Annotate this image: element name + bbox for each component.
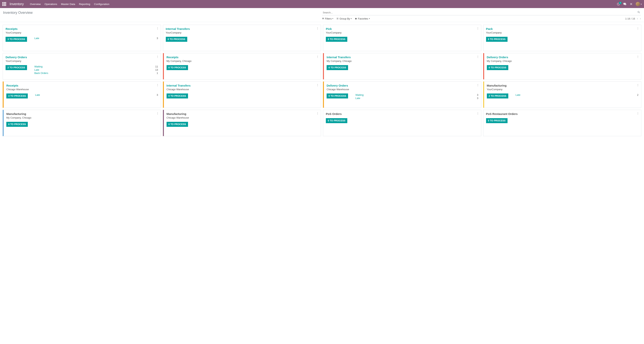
process-button[interactable]: 0 TO PROCESS bbox=[166, 37, 187, 42]
app-brand[interactable]: Inventory bbox=[10, 2, 24, 6]
card-title[interactable]: Internal Transfers bbox=[166, 27, 318, 30]
card-title[interactable]: Delivery Orders bbox=[6, 55, 158, 59]
card-title[interactable]: Internal Transfers bbox=[326, 55, 478, 59]
stat-label[interactable]: Late bbox=[516, 93, 520, 96]
process-button[interactable]: 0 TO PROCESS bbox=[486, 118, 508, 123]
card-menu-icon[interactable]: ⋮ bbox=[476, 83, 479, 87]
stat-label[interactable]: Late bbox=[35, 93, 40, 96]
kanban-card[interactable]: ⋮PoS Orders0 TO PROCESS bbox=[323, 110, 481, 136]
kanban-card[interactable]: ⋮PoS Restaurant Orders0 TO PROCESS bbox=[483, 110, 642, 136]
card-body: 0 TO PROCESS bbox=[486, 37, 639, 42]
card-title[interactable]: Internal Transfers bbox=[166, 84, 318, 87]
process-button[interactable]: 0 TO PROCESS bbox=[326, 37, 347, 42]
activity-count-badge: 7 bbox=[619, 2, 622, 4]
card-title[interactable]: Delivery Orders bbox=[326, 84, 478, 87]
card-menu-icon[interactable]: ⋮ bbox=[156, 27, 159, 30]
stat-label[interactable]: Late bbox=[34, 37, 39, 40]
card-menu-icon[interactable]: ⋮ bbox=[156, 112, 159, 115]
process-button[interactable]: 0 TO PROCESS bbox=[166, 93, 188, 98]
card-title[interactable]: Receipts bbox=[166, 55, 318, 59]
card-title[interactable]: Pack bbox=[486, 27, 639, 30]
stat-label[interactable]: Waiting bbox=[355, 93, 364, 96]
apps-icon[interactable] bbox=[2, 2, 6, 6]
menu-master-data[interactable]: Master Data bbox=[61, 3, 75, 5]
menu-configuration[interactable]: Configuration bbox=[94, 3, 109, 5]
user-menu[interactable]: ▾ bbox=[636, 2, 642, 6]
menu-operations[interactable]: Operations bbox=[44, 3, 57, 5]
menu-overview[interactable]: Overview bbox=[30, 3, 41, 5]
card-title: Manufacturing bbox=[166, 112, 318, 115]
card-menu-icon[interactable]: ⋮ bbox=[476, 112, 479, 115]
stat-value: 13 bbox=[155, 68, 158, 71]
card-menu-icon[interactable]: ⋮ bbox=[476, 27, 479, 30]
card-title[interactable]: Pick bbox=[326, 27, 478, 30]
process-button[interactable]: 0 TO PROCESS bbox=[326, 65, 348, 70]
search-input[interactable] bbox=[322, 10, 641, 15]
search-icon[interactable] bbox=[637, 11, 640, 13]
filters-button[interactable]: Filters ▾ bbox=[322, 17, 333, 20]
card-title: Manufacturing bbox=[6, 112, 158, 115]
kanban-card[interactable]: ⋮Internal TransfersMy Company, Chicago0 … bbox=[323, 53, 481, 79]
menu-reporting[interactable]: Reporting bbox=[79, 3, 90, 5]
card-subtitle: Chicago Warehouse bbox=[326, 88, 478, 91]
card-body: 0 TO PROCESS bbox=[326, 37, 478, 42]
card-menu-icon[interactable]: ⋮ bbox=[636, 112, 639, 115]
kanban-card[interactable]: ⋮Delivery OrdersYourCompany2 TO PROCESSW… bbox=[3, 53, 161, 79]
card-menu-icon[interactable]: ⋮ bbox=[316, 55, 319, 58]
stat-label[interactable]: Late bbox=[34, 68, 39, 71]
card-menu-icon[interactable]: ⋮ bbox=[316, 112, 319, 115]
process-button[interactable]: 3 TO PROCESS bbox=[6, 37, 27, 42]
kanban-card[interactable]: ⋮ReceiptsChicago Warehouse3 TO PROCESSLa… bbox=[3, 81, 161, 108]
process-button[interactable]: 2 TO PROCESS bbox=[487, 93, 508, 98]
card-subtitle: YourCompany bbox=[6, 31, 158, 34]
process-button[interactable]: 0 TO PROCESS bbox=[326, 93, 348, 98]
kanban-card[interactable]: ⋮PackYourCompany0 TO PROCESS bbox=[483, 25, 642, 51]
card-title[interactable]: Receipts bbox=[6, 84, 158, 87]
groupby-label: Group By bbox=[340, 17, 350, 20]
kanban-card[interactable]: ⋮PickYourCompany0 TO PROCESS bbox=[323, 25, 481, 51]
filter-icon bbox=[322, 18, 324, 20]
pager-prev[interactable]: ‹ bbox=[637, 17, 638, 20]
process-button[interactable]: 0 TO PROCESS bbox=[166, 65, 188, 70]
close-icon[interactable] bbox=[630, 2, 633, 5]
kanban-card[interactable]: ⋮ManufacturingYourCompany2 TO PROCESSLat… bbox=[483, 81, 642, 108]
pager-text: 1-16 / 16 bbox=[625, 17, 635, 20]
stat-label[interactable]: Back Orders bbox=[34, 72, 48, 74]
favorites-button[interactable]: Favorites ▾ bbox=[355, 17, 370, 20]
card-title[interactable]: Receipts bbox=[6, 27, 158, 30]
process-button[interactable]: 0 TO PROCESS bbox=[487, 65, 508, 70]
process-button[interactable]: 0 TO PROCESS bbox=[326, 118, 347, 123]
discuss-icon[interactable] bbox=[623, 2, 626, 6]
kanban-card[interactable]: ⋮ReceiptsMy Company, Chicago0 TO PROCESS bbox=[163, 53, 321, 79]
stat-value: 3 bbox=[156, 93, 158, 96]
card-menu-icon[interactable]: ⋮ bbox=[156, 55, 159, 58]
card-menu-icon[interactable]: ⋮ bbox=[636, 55, 639, 58]
groupby-button[interactable]: Group By ▾ bbox=[336, 17, 352, 20]
kanban-card[interactable]: ⋮Delivery OrdersChicago Warehouse0 TO PR… bbox=[323, 81, 481, 108]
card-menu-icon[interactable]: ⋮ bbox=[636, 83, 639, 87]
pager-next[interactable]: › bbox=[640, 17, 641, 20]
stat-label[interactable]: Waiting bbox=[34, 65, 42, 68]
card-subtitle: My Company, Chicago bbox=[487, 59, 639, 62]
kanban-card[interactable]: ⋮Internal TransfersYourCompany0 TO PROCE… bbox=[163, 25, 321, 51]
card-menu-icon[interactable]: ⋮ bbox=[316, 83, 319, 87]
kanban-card[interactable]: ⋮ManufacturingChicago Warehouse0 TO PROC… bbox=[163, 110, 321, 136]
card-title[interactable]: Delivery Orders bbox=[487, 55, 639, 59]
card-menu-icon[interactable]: ⋮ bbox=[636, 27, 639, 30]
process-button[interactable]: 3 TO PROCESS bbox=[6, 93, 28, 98]
process-button[interactable]: 0 TO PROCESS bbox=[166, 122, 188, 127]
kanban-card[interactable]: ⋮ManufacturingMy Company, Chicago0 TO PR… bbox=[3, 110, 161, 136]
kanban-card[interactable]: ⋮Internal TransfersChicago Warehouse0 TO… bbox=[163, 81, 321, 108]
stat-label[interactable]: Late bbox=[355, 97, 360, 100]
stat-row: Back Orders1 bbox=[34, 72, 158, 74]
caret-down-icon: ▾ bbox=[369, 18, 370, 19]
process-button[interactable]: 0 TO PROCESS bbox=[6, 122, 28, 127]
process-button[interactable]: 0 TO PROCESS bbox=[486, 37, 508, 42]
kanban-card[interactable]: ⋮Delivery OrdersMy Company, Chicago0 TO … bbox=[483, 53, 642, 79]
kanban-card[interactable]: ⋮ReceiptsYourCompany3 TO PROCESSLate3 bbox=[3, 25, 161, 51]
process-button[interactable]: 2 TO PROCESS bbox=[6, 65, 27, 70]
activity-button[interactable]: 7 bbox=[617, 2, 620, 6]
card-menu-icon[interactable]: ⋮ bbox=[316, 27, 319, 30]
card-menu-icon[interactable]: ⋮ bbox=[476, 55, 479, 58]
card-menu-icon[interactable]: ⋮ bbox=[156, 83, 159, 87]
